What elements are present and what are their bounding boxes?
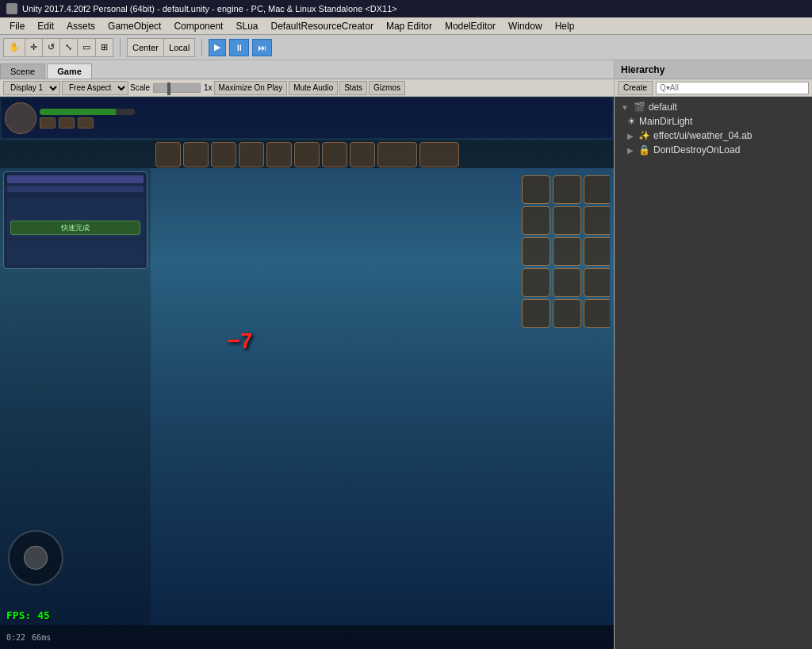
unity-logo-icon — [6, 3, 17, 14]
title-bar: Unity 2017.4.20f2 Personal (64bit) - def… — [0, 0, 812, 17]
game-ui-right-icons — [519, 172, 610, 621]
hierarchy-item-dontdestroy[interactable]: ▶ 🔒 DontDestroyOnLoad — [615, 143, 812, 157]
maximize-on-play-button[interactable]: Maximize On Play — [214, 81, 288, 95]
game-scene: 快速完成 — [0, 97, 614, 649]
hierarchy-label-maindirlight: MainDirLight — [639, 116, 692, 127]
step-button[interactable]: ⏭ — [252, 39, 272, 56]
main-toolbar: ✋ ✛ ↺ ⤡ ▭ ⊞ Center Local ▶ ⏸ ⏭ — [0, 35, 812, 60]
menu-defaultresourcecreator[interactable]: DefaultResourceCreator — [264, 19, 379, 33]
center-button[interactable]: Center — [128, 39, 164, 56]
transform-tool-button[interactable]: ⊞ — [96, 39, 113, 56]
scale-slider[interactable] — [153, 83, 201, 93]
main-layout: Scene Game Display 1 Free Aspect Scale 1… — [0, 60, 812, 649]
scale-area: Scale 1x — [130, 83, 213, 93]
aspect-select[interactable]: Free Aspect — [62, 81, 128, 95]
game-ms: 66ms — [32, 633, 51, 642]
scene-game-tabs: Scene Game — [0, 60, 614, 79]
gizmos-button[interactable]: Gizmos — [369, 81, 405, 95]
dontdestroy-icon: 🔒 — [638, 144, 650, 156]
hierarchy-search-input[interactable] — [656, 82, 809, 94]
rect-tool-button[interactable]: ▭ — [78, 39, 96, 56]
move-tool-button[interactable]: ✛ — [25, 39, 43, 56]
game-time: 0:22 — [6, 633, 25, 642]
menu-bar: File Edit Assets GameObject Component SL… — [0, 17, 812, 35]
hierarchy-create-button[interactable]: Create — [618, 81, 653, 95]
menu-component[interactable]: Component — [167, 19, 229, 33]
display-select[interactable]: Display 1 — [3, 81, 60, 95]
left-panel: Scene Game Display 1 Free Aspect Scale 1… — [0, 60, 614, 649]
menu-edit[interactable]: Edit — [31, 19, 60, 33]
local-button[interactable]: Local — [164, 39, 194, 56]
hierarchy-label-effect: effect/ui/weather_04.ab — [653, 130, 753, 141]
scale-label: Scale — [130, 83, 150, 92]
pivot-controls: Center Local — [127, 38, 195, 57]
fps-counter: FPS: 45 — [6, 609, 50, 621]
game-stats-bar: 0:22 66ms — [0, 625, 614, 649]
light-icon: ☀ — [627, 116, 636, 127]
play-button[interactable]: ▶ — [209, 39, 226, 56]
effect-icon: ✨ — [638, 130, 650, 141]
menu-window[interactable]: Window — [502, 19, 549, 33]
hierarchy-item-effect[interactable]: ▶ ✨ effect/ui/weather_04.ab — [615, 129, 812, 143]
menu-gameobject[interactable]: GameObject — [102, 19, 167, 33]
mute-audio-button[interactable]: Mute Audio — [289, 81, 338, 95]
toolbar-separator-2 — [201, 39, 202, 56]
menu-file[interactable]: File — [3, 19, 31, 33]
hand-tool-button[interactable]: ✋ — [4, 39, 25, 56]
scale-value: 1x — [204, 83, 213, 92]
scene-object-icon: 🎬 — [634, 102, 645, 113]
hierarchy-tree: ▼ 🎬 default ☀ MainDirLight ▶ ✨ effect/ui… — [615, 97, 812, 649]
game-toolbar: Display 1 Free Aspect Scale 1x Maximize … — [0, 79, 614, 97]
scene-tab[interactable]: Scene — [0, 63, 45, 79]
menu-modeleditor[interactable]: ModelEditor — [439, 19, 502, 33]
hierarchy-panel: Hierarchy Create ▼ 🎬 default ☀ MainDirLi… — [614, 60, 812, 649]
menu-slua[interactable]: SLua — [229, 19, 264, 33]
stats-button[interactable]: Stats — [339, 81, 367, 95]
rotate-tool-button[interactable]: ↺ — [43, 39, 60, 56]
hierarchy-title: Hierarchy — [621, 64, 665, 75]
scale-tool-button[interactable]: ⤡ — [60, 39, 78, 56]
game-ui-left-panel: 快速完成 — [0, 168, 151, 625]
expand-arrow-icon: ▼ — [621, 103, 629, 112]
window-title: Unity 2017.4.20f2 Personal (64bit) - def… — [22, 4, 397, 13]
game-tab[interactable]: Game — [47, 63, 92, 79]
hierarchy-item-default[interactable]: ▼ 🎬 default — [615, 100, 812, 114]
menu-mapeditor[interactable]: Map Editor — [380, 19, 439, 33]
expand-arrow-icon-2: ▶ — [627, 132, 634, 140]
pause-button[interactable]: ⏸ — [229, 39, 249, 56]
hierarchy-header: Hierarchy — [615, 60, 812, 79]
hierarchy-toolbar: Create — [615, 79, 812, 97]
hierarchy-label-default: default — [649, 102, 677, 113]
transform-tools: ✋ ✛ ↺ ⤡ ▭ ⊞ — [3, 38, 113, 57]
damage-number: −7 — [227, 328, 252, 354]
game-ui-top-bar — [0, 97, 614, 168]
expand-arrow-icon-3: ▶ — [627, 146, 634, 155]
game-canvas: 快速完成 — [0, 97, 614, 649]
hierarchy-label-dontdestroy: DontDestroyOnLoad — [653, 144, 740, 156]
hierarchy-item-maindirlight[interactable]: ☀ MainDirLight — [615, 114, 812, 129]
toolbar-separator-1 — [120, 39, 121, 56]
menu-help[interactable]: Help — [549, 19, 581, 33]
menu-assets[interactable]: Assets — [60, 19, 102, 33]
